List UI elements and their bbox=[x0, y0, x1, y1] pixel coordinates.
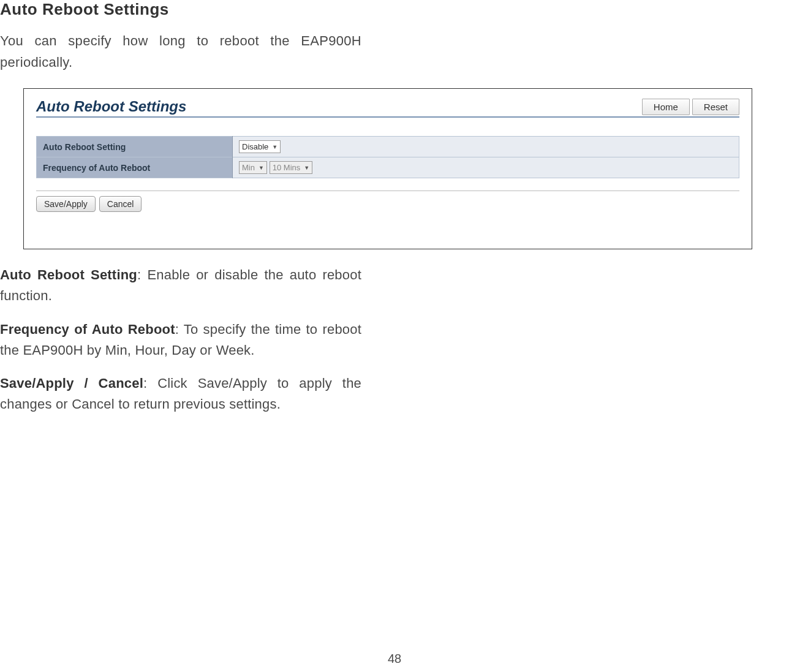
auto-reboot-setting-label: Auto Reboot Setting bbox=[37, 137, 233, 157]
auto-reboot-setting-value-cell: Disable ▼ bbox=[233, 137, 739, 157]
divider bbox=[36, 191, 739, 191]
chevron-down-icon: ▼ bbox=[304, 165, 309, 171]
desc-bold: Save/Apply / Cancel bbox=[0, 376, 143, 391]
desc-bold: Frequency of Auto Reboot bbox=[0, 322, 175, 337]
auto-reboot-setting-dropdown[interactable]: Disable ▼ bbox=[239, 140, 281, 153]
intro-text: You can specify how long to reboot the E… bbox=[0, 30, 361, 73]
save-apply-button[interactable]: Save/Apply bbox=[36, 196, 96, 212]
panel-header: Auto Reboot Settings Home Reset bbox=[36, 98, 739, 118]
page-number: 48 bbox=[0, 652, 789, 666]
panel-title: Auto Reboot Settings bbox=[36, 98, 186, 115]
frequency-value-dropdown[interactable]: 10 Mins ▼ bbox=[270, 161, 312, 174]
home-button[interactable]: Home bbox=[642, 99, 690, 115]
dropdown-value: 10 Mins bbox=[273, 163, 301, 172]
settings-panel: Auto Reboot Settings Home Reset Auto Reb… bbox=[23, 88, 752, 249]
description-auto-reboot: Auto Reboot Setting: Enable or disable t… bbox=[0, 265, 361, 306]
action-buttons: Save/Apply Cancel bbox=[36, 196, 739, 212]
frequency-unit-dropdown[interactable]: Min ▼ bbox=[239, 161, 267, 174]
table-row: Frequency of Auto Reboot Min ▼ 10 Mins ▼ bbox=[37, 157, 739, 178]
settings-table: Auto Reboot Setting Disable ▼ Frequency … bbox=[36, 136, 739, 178]
panel-buttons: Home Reset bbox=[642, 99, 739, 115]
dropdown-value: Disable bbox=[242, 142, 268, 151]
desc-bold: Auto Reboot Setting bbox=[0, 267, 137, 282]
chevron-down-icon: ▼ bbox=[272, 144, 277, 150]
description-save-cancel: Save/Apply / Cancel: Click Save/Apply to… bbox=[0, 373, 361, 415]
frequency-label: Frequency of Auto Reboot bbox=[37, 157, 233, 178]
reset-button[interactable]: Reset bbox=[692, 99, 739, 115]
description-frequency: Frequency of Auto Reboot: To specify the… bbox=[0, 319, 361, 361]
frequency-value-cell: Min ▼ 10 Mins ▼ bbox=[233, 157, 739, 178]
chevron-down-icon: ▼ bbox=[259, 165, 264, 171]
dropdown-value: Min bbox=[242, 163, 255, 172]
table-row: Auto Reboot Setting Disable ▼ bbox=[37, 137, 739, 157]
cancel-button[interactable]: Cancel bbox=[99, 196, 142, 212]
page-heading: Auto Reboot Settings bbox=[0, 0, 789, 19]
